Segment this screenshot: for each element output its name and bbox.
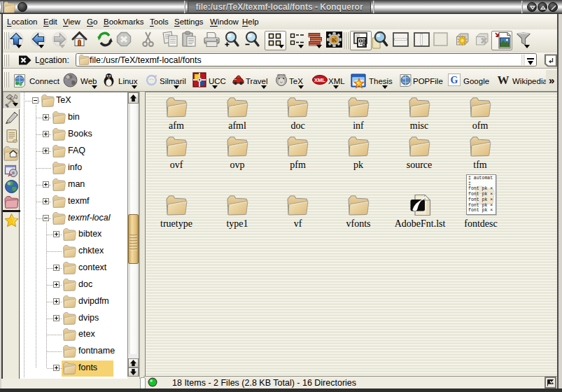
svg-text:W: W bbox=[498, 74, 510, 86]
svg-text:K: K bbox=[332, 36, 337, 43]
svg-text:XML: XML bbox=[314, 77, 325, 83]
svg-text:G: G bbox=[451, 75, 458, 85]
